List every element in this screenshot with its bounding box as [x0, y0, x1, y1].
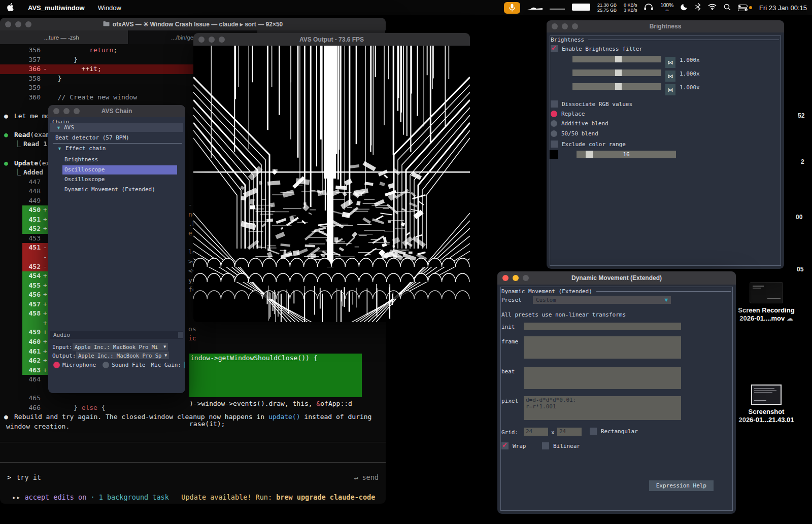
- color-swatch[interactable]: [550, 150, 558, 159]
- menu-item-window[interactable]: Window: [98, 4, 121, 12]
- code-span: (exam: [30, 131, 50, 138]
- chain-effect-list: BrightnessOscilloscopeOscilloscopeDynami…: [48, 155, 185, 195]
- enable-filter-row: Enable Brightness filter: [551, 45, 642, 52]
- rectangular-checkbox[interactable]: [590, 428, 597, 435]
- line-gutter: -: [22, 253, 50, 262]
- chain-effect-item[interactable]: Oscilloscope: [62, 165, 177, 174]
- battery-indicator[interactable]: 100%∞: [660, 3, 673, 13]
- headphones-icon[interactable]: [644, 4, 653, 12]
- dm-traffic-lights[interactable]: [502, 275, 529, 281]
- bluetooth-icon[interactable]: [695, 3, 701, 12]
- avs-output-titlebar[interactable]: AVS Output - 73.6 FPS: [193, 33, 470, 46]
- link-channels-button[interactable]: ⋈: [665, 84, 675, 95]
- brightness-traffic-lights[interactable]: [552, 23, 578, 29]
- send-hint[interactable]: ↵ send: [354, 473, 379, 481]
- beat-field[interactable]: [524, 367, 681, 389]
- notification-dot: [749, 6, 752, 9]
- frame-field[interactable]: [524, 336, 681, 359]
- rectangular-row: Rectangular: [590, 428, 638, 435]
- brightness-slider-row: ⋈1.000x: [572, 56, 700, 68]
- additive-row: Additive blend: [551, 120, 608, 127]
- avs-chain-titlebar[interactable]: AVS Chain: [48, 105, 185, 117]
- status-gap: [169, 493, 181, 501]
- chain-effect-item[interactable]: Dynamic Movement (Extended): [62, 185, 177, 194]
- code-span: window creation.: [6, 423, 70, 430]
- dissociate-rgb-checkbox[interactable]: [551, 100, 558, 108]
- bilinear-checkbox[interactable]: [542, 442, 549, 449]
- dm-titlebar[interactable]: Dynamic Movement (Extended): [497, 271, 736, 285]
- desktop-icon-screenshot[interactable]: Screenshot 2026-01...21.43.01: [728, 385, 804, 424]
- audio-output-dropdown[interactable]: Apple Inc.: MacBook Pro Sp▼: [76, 352, 169, 359]
- microphone-radio[interactable]: [53, 362, 60, 368]
- line-number: 366: [22, 64, 41, 74]
- slider-handle[interactable]: [615, 83, 622, 90]
- apple-menu-icon[interactable]: [7, 3, 15, 13]
- menu-clock[interactable]: Fri 23 Jan 00:15: [759, 4, 807, 12]
- slider-handle[interactable]: [615, 56, 622, 62]
- link-channels-button[interactable]: ⋈: [665, 71, 675, 82]
- search-icon[interactable]: [724, 4, 731, 12]
- grid-x-input[interactable]: 24: [524, 428, 548, 436]
- prompt-row[interactable]: > try it ↵ send: [7, 473, 379, 481]
- terminal-traffic-lights[interactable]: [5, 21, 31, 27]
- line-gutter: 466: [22, 403, 50, 413]
- brightness-slider[interactable]: [572, 69, 661, 76]
- memory-bar-icon[interactable]: [572, 4, 590, 12]
- mic-status-button[interactable]: [504, 2, 520, 14]
- line-number: 464: [22, 375, 41, 385]
- grid-y-input[interactable]: 24: [557, 428, 582, 436]
- desktop: AVS_multiwindow Window 21.38 GB25.75 GB …: [0, 0, 812, 524]
- link-channels-button[interactable]: ⋈: [665, 57, 675, 68]
- cpu-meter-icon[interactable]: [527, 4, 543, 12]
- desktop-icon-screen-recording[interactable]: Screen Recording 2026-01....mov ☁: [728, 282, 804, 323]
- terminal-titlebar[interactable]: ofxAVS — ✳ Window Crash Issue — claude ▸…: [0, 18, 386, 30]
- focus-moon-icon[interactable]: [681, 3, 688, 12]
- chain-effect-item[interactable]: Brightness: [62, 155, 177, 164]
- sound-file-radio[interactable]: [103, 362, 109, 368]
- hidden-label-fragment: 2: [801, 158, 804, 165]
- enable-brightness-checkbox[interactable]: [551, 45, 558, 52]
- avs-chain-traffic-lights[interactable]: [53, 108, 80, 114]
- replace-row: Replace: [551, 111, 585, 117]
- fifty-blend-radio[interactable]: [551, 130, 557, 137]
- chain-effect-item[interactable]: Oscilloscope: [62, 175, 177, 184]
- line-gutter: 461+: [22, 347, 50, 357]
- icloud-icon: ☁: [787, 315, 793, 322]
- audio-input-dropdown[interactable]: Apple Inc.: MacBook Pro Mi▼: [73, 343, 168, 351]
- mic-gain-input[interactable]: [184, 362, 185, 368]
- prompt-input[interactable]: try it: [16, 473, 41, 481]
- replace-radio[interactable]: [551, 111, 557, 117]
- line-gutter: 465: [22, 394, 50, 403]
- color-range-slider[interactable]: 16: [577, 151, 676, 158]
- wifi-icon[interactable]: [708, 4, 717, 12]
- brightness-titlebar[interactable]: Brightness: [547, 20, 784, 32]
- expression-help-button[interactable]: Expression Help: [649, 480, 714, 491]
- init-field[interactable]: [524, 323, 681, 330]
- additive-blend-radio[interactable]: [551, 120, 557, 127]
- screen-recording-thumbnail: [750, 282, 783, 303]
- screenshot-thumbnail: [751, 385, 782, 405]
- dm-heading-row: Dynamic Movement (Extended): [501, 288, 731, 295]
- audio-output-label: Output:: [52, 353, 76, 359]
- chain-root-node[interactable]: ▼ AVS: [50, 123, 183, 132]
- chain-effect-chain-node[interactable]: ▼ Effect chain: [57, 145, 106, 152]
- brightness-slider[interactable]: [572, 56, 661, 62]
- exclude-color-checkbox[interactable]: [551, 141, 558, 148]
- control-center-icon[interactable]: [738, 5, 752, 11]
- brightness-slider[interactable]: [572, 83, 661, 90]
- preset-dropdown[interactable]: Custom▼: [533, 296, 671, 304]
- wrap-checkbox[interactable]: [501, 442, 509, 449]
- status-left-text: 1 background task: [99, 493, 169, 501]
- chain-beat-detector[interactable]: Beat detector (57 BPM): [55, 134, 129, 141]
- menu-app-name[interactable]: AVS_multiwindow: [28, 4, 85, 12]
- preset-note: All presets use non-linear transforms: [501, 311, 626, 318]
- slider-handle[interactable]: [615, 69, 622, 76]
- terminal-tab-1[interactable]: ...ture — -zsh: [0, 30, 128, 44]
- scrollbar-thumb[interactable]: [178, 332, 183, 338]
- pixel-field[interactable]: d=d-d*d*d*0.01; r=r*1.001: [524, 396, 681, 420]
- chevron-down-icon: ▼: [664, 297, 668, 303]
- line-gutter: 356: [22, 46, 50, 55]
- network-meter-icon[interactable]: [550, 4, 565, 12]
- avs-output-traffic-lights[interactable]: [198, 37, 225, 43]
- line-gutter: 451-: [22, 243, 50, 253]
